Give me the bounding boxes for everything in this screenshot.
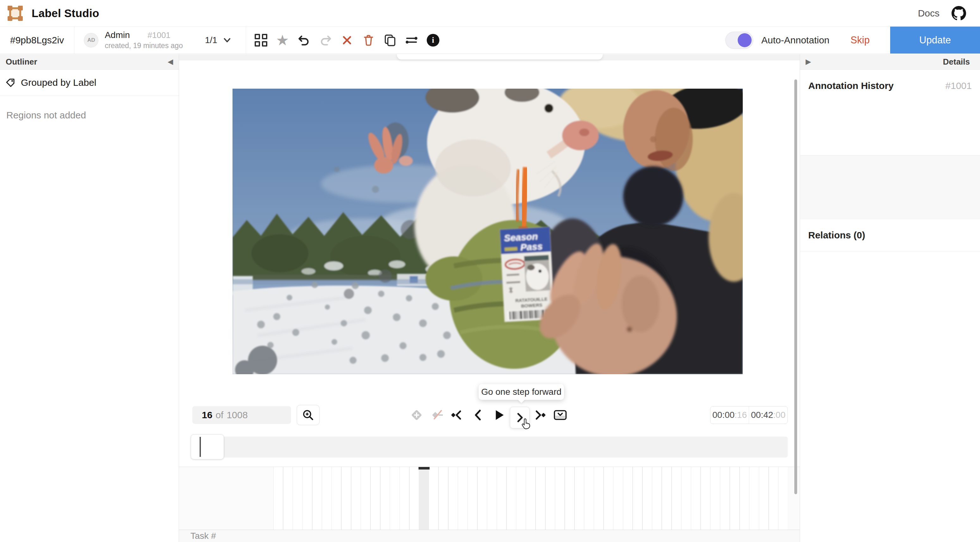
auto-annotation-label: Auto-Annotation: [761, 35, 829, 46]
video-frame-image: Season Pass RATATOUILLE: [232, 89, 743, 374]
docs-link[interactable]: Docs: [918, 8, 940, 19]
star-icon[interactable]: ★: [275, 33, 290, 48]
current-time-input[interactable]: 00:00:16: [711, 406, 749, 424]
seek-handle[interactable]: [191, 434, 224, 459]
github-icon[interactable]: [951, 6, 966, 21]
current-frame-marker[interactable]: [419, 467, 429, 530]
svg-text:BOWERS: BOWERS: [521, 302, 542, 309]
relations-section[interactable]: Relations (0): [800, 219, 980, 251]
app-title: Label Studio: [32, 7, 99, 20]
label-studio-app: Label Studio Docs #9pb8Lgs2iv AD Admin #…: [0, 0, 980, 542]
interpolation-icon[interactable]: [431, 408, 445, 422]
label-studio-logo[interactable]: [8, 6, 23, 21]
reject-icon[interactable]: [340, 33, 354, 48]
tag-icon: [6, 78, 15, 88]
video-canvas[interactable]: Season Pass RATATOUILLE: [232, 89, 743, 374]
hand-cursor-icon: [520, 419, 531, 430]
info-icon[interactable]: i: [426, 33, 440, 48]
timeline-frames-grid[interactable]: [273, 467, 788, 530]
app-header: Label Studio Docs: [0, 0, 980, 27]
update-button[interactable]: Update: [890, 27, 980, 54]
undo-icon[interactable]: [297, 33, 311, 48]
tooltip: Go one step forward: [479, 384, 564, 400]
floating-toolbar-edge: [397, 54, 603, 59]
details-panel: ▶ Details Annotation History #1001 Relat…: [800, 54, 980, 542]
task-footer: Task #: [179, 530, 800, 542]
collapse-left-icon[interactable]: ◀: [168, 58, 173, 65]
frame-counter-input[interactable]: 16 of 1008: [192, 406, 291, 424]
auto-annotation-toggle[interactable]: [725, 32, 753, 49]
playhead-line: [200, 437, 201, 457]
annotation-history-id: #1001: [945, 80, 972, 91]
swap-settings-icon[interactable]: [404, 33, 419, 48]
annotation-history-section: Annotation History #1001: [800, 70, 980, 155]
main-content: Season Pass RATATOUILLE: [179, 54, 800, 542]
vertical-scrollbar[interactable]: [794, 80, 797, 494]
annotator-name: Admin: [105, 30, 130, 40]
time-display: 00:00:16 00:42:00: [710, 406, 788, 424]
grid-view-icon[interactable]: [254, 33, 268, 48]
total-frames: 1008: [226, 410, 248, 421]
duplicate-icon[interactable]: [383, 33, 397, 48]
svg-text:Pass: Pass: [520, 241, 543, 253]
collapse-right-icon[interactable]: ▶: [806, 58, 811, 65]
annotation-created-time: created, 19 minutes ago: [105, 41, 183, 50]
step-backward-icon[interactable]: [471, 408, 485, 422]
chevron-down-icon: [223, 35, 232, 45]
task-id: #9pb8Lgs2iv: [0, 35, 74, 46]
avatar: AD: [84, 33, 99, 48]
redo-icon[interactable]: [318, 33, 333, 48]
duration-time[interactable]: 00:42:00: [749, 406, 788, 424]
play-icon[interactable]: [492, 408, 506, 422]
timeline: [179, 467, 800, 530]
zoom-in-button[interactable]: [297, 405, 320, 425]
annotations-pager-dropdown[interactable]: 1/1: [205, 35, 232, 45]
toolbar-actions: ★: [246, 33, 448, 48]
group-by-label-dropdown[interactable]: Grouped by Label: [0, 70, 179, 96]
prev-keyframe-icon[interactable]: [450, 408, 465, 422]
magnifier-plus-icon: [301, 408, 315, 422]
skip-button[interactable]: Skip: [830, 27, 890, 54]
current-frame: 16: [202, 410, 212, 421]
annotation-toolbar: #9pb8Lgs2iv AD Admin #1001 created, 19 m…: [0, 27, 980, 54]
season-pass-badge: Season Pass RATATOUILLE: [500, 227, 555, 322]
group-by-label: Grouped by Label: [21, 77, 97, 88]
seek-track[interactable]: [192, 437, 788, 458]
outliner-title: Outliner: [6, 57, 37, 67]
annotation-id: #1001: [148, 30, 170, 40]
details-title: Details: [943, 57, 974, 67]
step-forward-button[interactable]: [510, 407, 530, 428]
delete-icon[interactable]: [361, 33, 376, 48]
regions-empty-text: Regions not added: [6, 110, 179, 121]
annotation-history-title: Annotation History: [808, 80, 894, 91]
next-keyframe-icon[interactable]: [532, 408, 546, 422]
frames-panel-icon[interactable]: [553, 408, 567, 422]
add-keyframe-icon[interactable]: [410, 408, 423, 422]
outliner-panel: Outliner ◀ Grouped by Label Regions not …: [0, 54, 179, 542]
